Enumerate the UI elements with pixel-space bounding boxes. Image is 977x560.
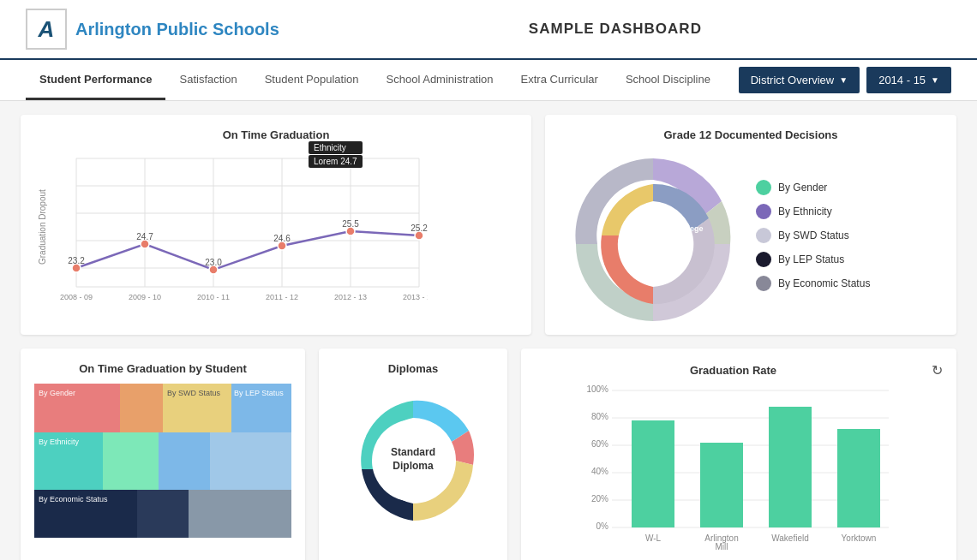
bottom-card-row: On Time Graduation by Student By Gender … [21,349,956,560]
svg-text:College: College [675,224,704,233]
tab-school-administration[interactable]: School Administration [373,61,507,100]
donut-svg: Employment College Military [559,150,747,321]
svg-text:23.2: 23.2 [68,256,85,265]
svg-text:Mill: Mill [716,542,728,550]
svg-text:2012 - 13: 2012 - 13 [334,293,367,301]
svg-text:Employment: Employment [627,235,674,244]
tooltip-label: Lorem [314,157,338,166]
y-axis-label: Graduation Dropout [34,141,51,313]
svg-rect-65 [632,420,674,527]
svg-text:0%: 0% [596,521,609,531]
svg-text:20%: 20% [591,494,608,503]
donut-chart-container: Employment College Military By Gender By… [559,150,943,321]
treemap-title: On Time Graduation by Student [34,362,291,375]
svg-text:Diploma: Diploma [393,460,434,472]
legend-item-ethnicity: By Ethnicity [756,204,870,219]
diploma-svg: Standard Diploma [336,384,490,529]
nav-tabs: Student Performance Satisfaction Student… [26,61,739,100]
tab-student-performance[interactable]: Student Performance [26,61,165,100]
bar-chart-header: Graduation Rate ↻ [535,362,943,378]
svg-rect-68 [837,429,880,527]
svg-text:Yorktown: Yorktown [842,533,877,543]
donut-chart-card: Grade 12 Documented Decisions [545,115,956,335]
tab-satisfaction[interactable]: Satisfaction [165,61,250,100]
year-selector-button[interactable]: 2014 - 15 ▼ [866,67,951,93]
line-chart-card: On Time Graduation Ethnicity Lorem 24.7 … [21,115,531,335]
svg-text:23.0: 23.0 [205,258,222,267]
legend-item-gender: By Gender [756,180,870,195]
tab-school-discipline[interactable]: School Discipline [612,61,724,100]
svg-text:2013 - 14: 2013 - 14 [403,293,428,301]
dropdown-arrow-icon: ▼ [839,75,848,85]
school-name: Arlington Public Schools [75,20,279,39]
svg-text:By Gender: By Gender [39,389,75,397]
svg-text:By LEP Status: By LEP Status [234,389,284,397]
svg-rect-66 [700,443,743,527]
school-logo: A [26,9,67,50]
nav-controls: District Overview ▼ 2014 - 15 ▼ [739,60,951,100]
svg-text:By Economic Status: By Economic Status [39,495,108,503]
top-card-row: On Time Graduation Ethnicity Lorem 24.7 … [21,115,956,335]
svg-rect-43 [103,432,159,490]
header: A Arlington Public Schools SAMPLE DASHBO… [0,0,977,60]
dropdown-arrow-icon: ▼ [931,75,939,85]
bar-chart-svg: 100% 80% 60% 40% 20% 0% [535,378,943,550]
refresh-icon[interactable]: ↻ [932,362,943,378]
diploma-card: Diplomas Standard [319,349,507,560]
donut-chart-title: Grade 12 Documented Decisions [559,128,943,141]
line-chart-container: Graduation Dropout [34,141,518,313]
svg-text:24.6: 24.6 [273,234,291,243]
chart-tooltip: Ethnicity Lorem 24.7 [309,141,363,168]
svg-text:25.5: 25.5 [342,219,359,229]
tab-extra-curricular[interactable]: Extra Curricular [507,61,612,100]
svg-text:2008 - 09: 2008 - 09 [60,293,93,301]
svg-text:2009 - 10: 2009 - 10 [129,293,161,301]
svg-rect-45 [210,432,291,490]
svg-text:Wakefield: Wakefield [771,533,809,543]
svg-rect-36 [120,384,163,432]
svg-text:40%: 40% [591,467,608,476]
svg-text:80%: 80% [591,412,608,421]
legend-color-swd [756,228,771,243]
svg-text:By SWD Status: By SWD Status [167,389,221,397]
svg-rect-48 [137,490,189,538]
donut-legend: By Gender By Ethnicity By SWD Status By … [756,180,870,291]
svg-text:By Ethnicity: By Ethnicity [39,438,80,446]
treemap-card: On Time Graduation by Student By Gender … [21,349,305,560]
svg-text:2011 - 12: 2011 - 12 [266,293,298,301]
main-content: On Time Graduation Ethnicity Lorem 24.7 … [0,101,977,560]
svg-text:Military: Military [640,263,668,271]
legend-color-gender [756,180,771,195]
svg-text:W-L: W-L [645,533,662,543]
legend-color-lep [756,252,771,267]
svg-text:100%: 100% [586,384,608,394]
legend-item-swd: By SWD Status [756,228,870,243]
district-overview-button[interactable]: District Overview ▼ [739,67,860,93]
legend-color-ethnicity [756,204,771,219]
svg-text:25.2: 25.2 [411,223,428,233]
treemap-svg: By Gender By SWD Status By LEP Status By… [34,384,291,546]
svg-text:2010 - 11: 2010 - 11 [197,293,230,301]
line-chart-svg: 23.2 24.7 23.0 24.6 25.5 25.2 2008 - 09 … [51,141,428,313]
legend-color-economic [756,276,771,291]
diploma-title: Diplomas [333,362,494,375]
svg-rect-67 [769,407,812,527]
diploma-chart-container: Standard Diploma [333,384,494,529]
svg-text:60%: 60% [591,439,608,449]
bar-chart-card: Graduation Rate ↻ 100% 80% 60% 40% 20% 0… [521,349,956,560]
svg-rect-49 [189,490,291,538]
tab-student-population[interactable]: Student Population [251,61,373,100]
svg-text:24.7: 24.7 [136,232,153,241]
nav-bar: Student Performance Satisfaction Student… [0,60,977,101]
bar-chart-title: Graduation Rate [690,364,776,377]
legend-item-lep: By LEP Status [756,252,870,267]
dashboard-title: SAMPLE DASHBOARD [279,21,951,38]
svg-text:Standard: Standard [391,446,435,458]
line-chart-title: On Time Graduation [34,128,518,141]
svg-rect-44 [159,432,210,490]
legend-item-economic: By Economic Status [756,276,870,291]
